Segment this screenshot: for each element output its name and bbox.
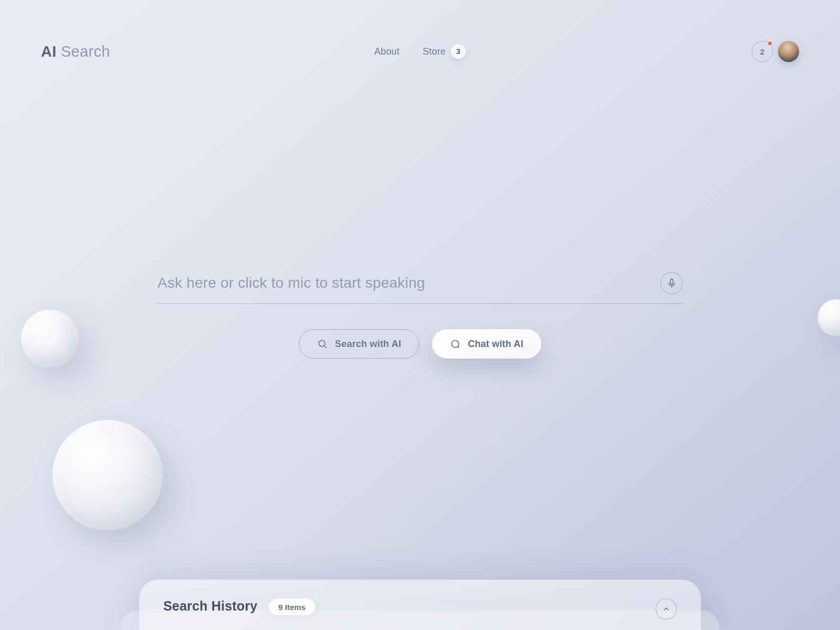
nav-store-label: Store: [423, 46, 446, 57]
search-with-ai-button[interactable]: Search with AI: [299, 329, 419, 359]
chat-with-ai-button[interactable]: Chat with AI: [432, 329, 541, 359]
decorative-sphere: [52, 420, 163, 530]
search-with-ai-label: Search with AI: [335, 339, 401, 350]
search-icon: [317, 339, 328, 349]
search-history-panel: Search History 9 Items: [139, 580, 701, 630]
mic-icon: [667, 278, 677, 288]
decorative-sphere: [818, 299, 840, 336]
chevron-up-icon: [662, 605, 670, 613]
notifications-count: 2: [760, 47, 764, 56]
header-right: 2: [752, 41, 799, 62]
notification-dot-icon: [767, 40, 773, 46]
nav-about-label: About: [374, 46, 400, 57]
nav: About Store 3: [374, 44, 466, 59]
logo-light: Search: [61, 43, 110, 60]
history-card[interactable]: Search History 9 Items: [139, 580, 701, 630]
logo-bold: AI: [41, 43, 57, 60]
svg-line-3: [324, 346, 327, 348]
mic-button[interactable]: [660, 272, 682, 294]
search-input[interactable]: [158, 275, 651, 291]
search-row: [158, 272, 682, 304]
nav-about[interactable]: About: [374, 46, 400, 57]
action-buttons: Search with AI Chat with AI: [299, 329, 541, 359]
svg-rect-0: [670, 279, 673, 284]
store-count-badge: 3: [451, 44, 466, 59]
chat-icon: [450, 339, 460, 349]
logo[interactable]: AI Search: [41, 43, 110, 60]
header: AI Search About Store 3 2: [0, 0, 840, 62]
history-items-badge: 9 Items: [269, 598, 315, 615]
avatar[interactable]: [778, 41, 799, 62]
decorative-sphere: [21, 310, 79, 368]
chat-with-ai-label: Chat with AI: [468, 339, 523, 350]
nav-store[interactable]: Store 3: [423, 44, 466, 59]
notifications-button[interactable]: 2: [752, 41, 773, 62]
history-expand-button[interactable]: [656, 598, 677, 620]
search-area: Search with AI Chat with AI: [158, 272, 682, 359]
history-title: Search History: [163, 598, 257, 614]
